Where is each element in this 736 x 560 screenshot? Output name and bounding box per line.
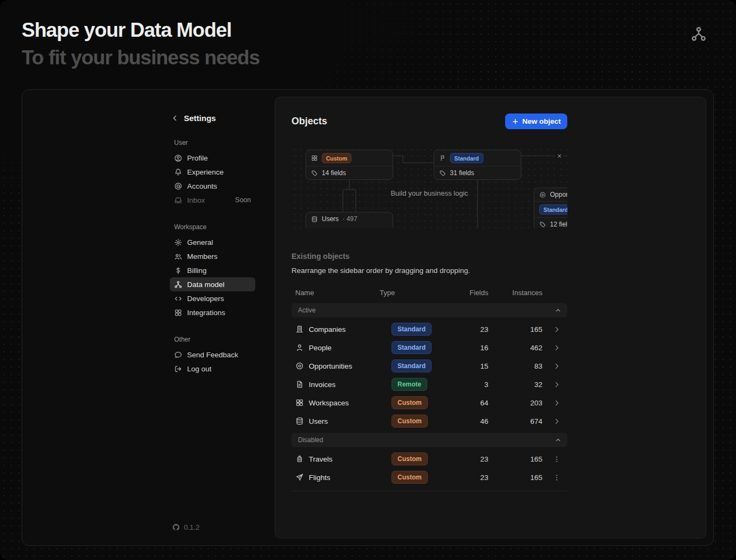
custom-badge: Custom bbox=[322, 153, 352, 163]
sidebar-item-data-model[interactable]: Data model bbox=[170, 277, 255, 291]
node-type: Standard bbox=[534, 201, 567, 217]
remove-connection-icon[interactable] bbox=[555, 151, 563, 160]
existing-objects-section: Existing objects Rearrange the sidebar o… bbox=[291, 252, 567, 491]
sidebar-item-label: Developers bbox=[187, 295, 224, 303]
sidebar-item-billing[interactable]: Billing bbox=[170, 263, 255, 277]
object-row-invoices[interactable]: Invoices Remote 3 32 bbox=[291, 375, 567, 394]
canvas-node-users[interactable]: Users · 497 bbox=[306, 212, 393, 228]
object-row-companies[interactable]: Companies Standard 23 165 bbox=[291, 320, 567, 338]
type-badge: Standard bbox=[392, 359, 432, 372]
existing-objects-description: Rearrange the sidebar order by dragging … bbox=[291, 266, 567, 275]
sidebar-item-log-out[interactable]: Log out bbox=[170, 362, 255, 376]
table-header: Name Type Fields Instances bbox=[291, 284, 567, 301]
sidebar-item-send-feedback[interactable]: Send Feedback bbox=[170, 348, 255, 362]
sidebar-item-members[interactable]: Members bbox=[170, 249, 255, 263]
sidebar-section-workspace: Workspace General Members Billing bbox=[170, 223, 255, 319]
node-fields: 14 fields bbox=[306, 166, 393, 179]
graph-nodes-icon bbox=[174, 281, 182, 289]
settings-back-button[interactable]: Settings bbox=[170, 114, 255, 123]
object-name: Invoices bbox=[309, 381, 336, 389]
chat-bubble-icon bbox=[174, 351, 182, 359]
bell-icon bbox=[174, 168, 182, 176]
sidebar-item-label: Profile bbox=[187, 154, 208, 162]
instances-count: 165 bbox=[492, 325, 546, 334]
sidebar-item-label: Data model bbox=[187, 281, 224, 289]
target-icon bbox=[539, 191, 546, 198]
sidebar-item-accounts[interactable]: Accounts bbox=[170, 179, 255, 193]
chevron-right-icon[interactable] bbox=[553, 417, 561, 425]
node-name: Opportunities bbox=[550, 191, 567, 198]
object-row-workspaces[interactable]: Workspaces Custom 64 203 bbox=[291, 394, 567, 412]
fields-count: 3 bbox=[457, 381, 492, 389]
group-label: Disabled bbox=[298, 436, 323, 444]
sidebar-item-label: General bbox=[187, 238, 213, 246]
app-version: 0.1.2 bbox=[170, 523, 255, 531]
fields-count: 46 bbox=[457, 417, 492, 425]
instances-count: 32 bbox=[492, 381, 546, 389]
chevron-right-icon[interactable] bbox=[553, 325, 561, 334]
section-label-workspace: Workspace bbox=[174, 223, 255, 231]
new-object-label: New object bbox=[522, 117, 561, 125]
column-type: Type bbox=[376, 289, 457, 297]
type-badge: Custom bbox=[392, 415, 428, 428]
object-row-people[interactable]: People Standard 16 462 bbox=[291, 338, 567, 357]
chevron-right-icon[interactable] bbox=[553, 381, 561, 389]
instances-count: 165 bbox=[492, 455, 546, 463]
group-header-active[interactable]: Active bbox=[291, 303, 567, 317]
sidebar-item-label: Log out bbox=[187, 365, 211, 373]
section-label-user: User bbox=[174, 139, 255, 146]
type-badge: Standard bbox=[392, 341, 432, 354]
object-row-flights[interactable]: Flights Custom 23 165 bbox=[291, 468, 567, 486]
object-row-users[interactable]: Users Custom 46 674 bbox=[291, 412, 567, 430]
soon-badge: Soon bbox=[235, 196, 251, 204]
gear-icon bbox=[174, 238, 182, 246]
object-name: Workspaces bbox=[309, 399, 349, 407]
kebab-menu-icon[interactable] bbox=[553, 455, 561, 463]
chevron-right-icon[interactable] bbox=[553, 344, 561, 352]
type-badge: Custom bbox=[392, 471, 428, 484]
data-model-canvas[interactable]: Build your business logic Custom 14 fiel… bbox=[291, 146, 567, 228]
object-row-travels[interactable]: Travels Custom 23 165 bbox=[291, 450, 567, 468]
canvas-node-opportunities[interactable]: Opportunities Standard 12 fields bbox=[534, 188, 567, 228]
instances-count: 203 bbox=[492, 399, 546, 407]
sidebar-item-label: Integrations bbox=[187, 309, 226, 317]
sidebar-item-profile[interactable]: Profile bbox=[170, 151, 255, 165]
chevron-right-icon[interactable] bbox=[553, 399, 561, 407]
canvas-node-standard[interactable]: Standard 31 fields bbox=[434, 150, 521, 180]
grid-icon bbox=[311, 155, 318, 162]
tag-icon bbox=[539, 221, 546, 228]
kebab-menu-icon[interactable] bbox=[553, 474, 561, 482]
github-icon[interactable] bbox=[172, 523, 180, 531]
sidebar-item-general[interactable]: General bbox=[170, 235, 255, 249]
chevron-up-icon[interactable] bbox=[554, 436, 562, 444]
instances-count: 165 bbox=[492, 474, 546, 482]
chevron-up-icon[interactable] bbox=[554, 306, 562, 314]
luggage-icon bbox=[295, 455, 304, 463]
page: Shape your Data Model To fit your busine… bbox=[0, 0, 736, 560]
sidebar-item-integrations[interactable]: Integrations bbox=[170, 305, 255, 319]
sidebar-item-experience[interactable]: Experience bbox=[170, 165, 255, 179]
canvas-node-custom[interactable]: Custom 14 fields bbox=[306, 150, 393, 180]
chevron-right-icon[interactable] bbox=[553, 362, 561, 370]
grid-icon bbox=[174, 309, 182, 317]
new-object-button[interactable]: New object bbox=[505, 114, 567, 129]
column-instances: Instances bbox=[492, 289, 546, 297]
sidebar-item-label: Accounts bbox=[187, 182, 217, 190]
node-header: Opportunities bbox=[534, 188, 567, 201]
fields-count: 14 fields bbox=[322, 169, 346, 177]
type-badge: Custom bbox=[392, 452, 428, 465]
tag-icon bbox=[439, 170, 446, 177]
sidebar-item-developers[interactable]: Developers bbox=[170, 291, 255, 305]
plane-icon bbox=[295, 473, 304, 482]
object-row-opportunities[interactable]: Opportunities Standard 15 83 bbox=[291, 357, 567, 375]
dollar-icon bbox=[174, 266, 182, 275]
person-icon bbox=[295, 343, 304, 352]
page-title: Shape your Data Model bbox=[22, 18, 260, 42]
sidebar-item-label: Billing bbox=[187, 266, 207, 275]
sidebar-item-inbox: Inbox Soon bbox=[170, 193, 255, 207]
graph-nodes-icon bbox=[691, 26, 707, 42]
instances-count: 674 bbox=[492, 417, 546, 425]
plus-icon bbox=[512, 118, 519, 125]
fields-count: 23 bbox=[457, 325, 492, 334]
group-header-disabled[interactable]: Disabled bbox=[291, 433, 567, 447]
